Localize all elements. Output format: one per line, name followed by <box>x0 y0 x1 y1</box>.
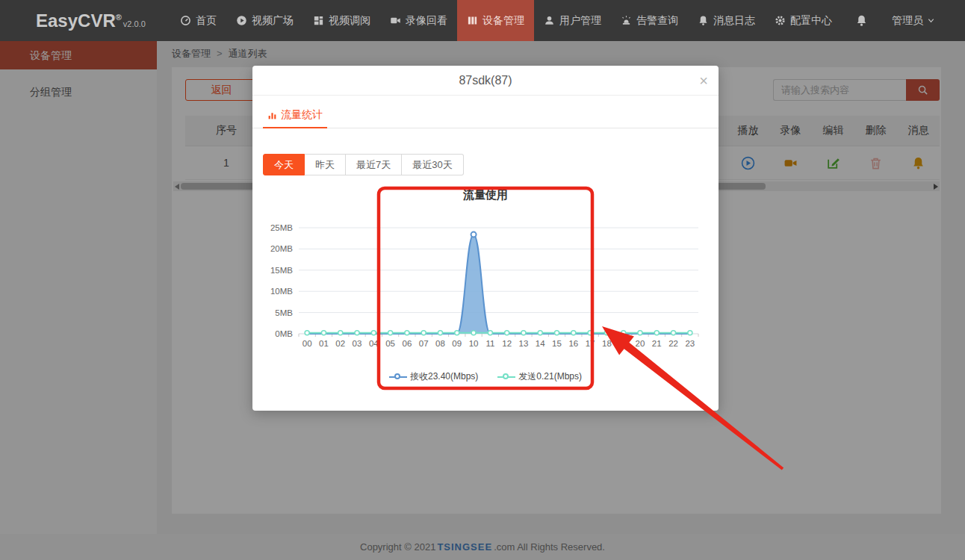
legend-label-received: 接收23.40(Mbps) <box>410 370 478 383</box>
nav-item-alarm-query[interactable]: 告警查询 <box>611 0 688 41</box>
nav-item-record-playback[interactable]: 录像回看 <box>380 0 457 41</box>
svg-text:20MB: 20MB <box>270 244 293 253</box>
svg-text:04: 04 <box>369 339 379 348</box>
device-bars-icon <box>467 15 478 26</box>
nav-item-device-management[interactable]: 设备管理 <box>457 0 534 41</box>
svg-text:17: 17 <box>586 339 595 348</box>
svg-text:0MB: 0MB <box>275 329 293 338</box>
svg-text:19: 19 <box>618 339 628 348</box>
svg-text:15MB: 15MB <box>270 266 293 275</box>
svg-text:20: 20 <box>636 339 645 348</box>
svg-text:05: 05 <box>385 339 395 348</box>
traffic-chart: 流量使用 0MB5MB10MB15MB20MB25MB0001020304050… <box>252 178 719 364</box>
user-icon <box>544 15 555 26</box>
legend-item-sent[interactable]: 发送0.21(Mbps) <box>497 370 582 383</box>
range-today-button[interactable]: 今天 <box>263 154 305 175</box>
svg-text:10MB: 10MB <box>270 287 293 296</box>
svg-text:06: 06 <box>402 339 412 348</box>
svg-text:15: 15 <box>552 339 562 348</box>
app-version: v2.0.0 <box>123 19 146 28</box>
svg-text:00: 00 <box>302 339 312 348</box>
tab-label: 流量统计 <box>281 108 323 122</box>
svg-text:5MB: 5MB <box>275 308 293 317</box>
legend-marker-received <box>389 373 407 381</box>
svg-text:18: 18 <box>602 339 612 348</box>
svg-text:21: 21 <box>652 339 662 348</box>
top-header: EasyCVR®v2.0.0 首页 视频广场 视频调阅 录像回看 设备管理 <box>0 0 965 41</box>
nav-label: 视频调阅 <box>329 14 370 28</box>
bell-icon <box>698 15 709 26</box>
nav-item-video-review[interactable]: 视频调阅 <box>303 0 380 41</box>
app-logo: EasyCVR®v2.0.0 <box>36 10 146 31</box>
legend-label-sent: 发送0.21(Mbps) <box>518 370 582 383</box>
nav-label: 告警查询 <box>636 14 678 28</box>
alarm-icon <box>621 15 632 26</box>
nav-label: 首页 <box>196 14 217 28</box>
video-camera-icon <box>390 15 401 26</box>
nav-label: 配置中心 <box>790 14 832 28</box>
svg-text:07: 07 <box>419 339 429 348</box>
svg-text:02: 02 <box>335 339 345 348</box>
easycvr-page: EasyCVR®v2.0.0 首页 视频广场 视频调阅 录像回看 设备管理 <box>0 0 965 560</box>
dashboard-icon <box>180 15 191 26</box>
chart-plot-area: 0MB5MB10MB15MB20MB25MB000102030405060708… <box>270 223 698 348</box>
nav-item-user-management[interactable]: 用户管理 <box>534 0 611 41</box>
registered-mark: ® <box>116 13 122 22</box>
legend-item-received[interactable]: 接收23.40(Mbps) <box>389 370 478 383</box>
top-nav: 首页 视频广场 视频调阅 录像回看 设备管理 用户管理 <box>170 0 955 41</box>
svg-text:14: 14 <box>536 339 545 348</box>
notification-bell-icon <box>855 14 868 27</box>
chart-legend: 接收23.40(Mbps) 发送0.21(Mbps) <box>252 370 719 383</box>
nav-item-message-log[interactable]: 消息日志 <box>688 0 765 41</box>
range-yesterday-button[interactable]: 昨天 <box>305 154 346 175</box>
time-range-group: 今天 昨天 最近7天 最近30天 <box>263 154 464 175</box>
svg-text:13: 13 <box>519 339 529 348</box>
modal-close-button[interactable]: × <box>699 72 708 90</box>
admin-menu[interactable]: 管理员 <box>881 0 955 41</box>
gear-icon <box>775 15 786 26</box>
bar-chart-icon <box>267 111 277 120</box>
nav-label: 视频广场 <box>252 14 294 28</box>
svg-text:12: 12 <box>502 339 512 348</box>
logo-text: EasyCVR <box>36 10 116 31</box>
svg-text:22: 22 <box>668 339 678 348</box>
notification-bell-button[interactable] <box>842 0 881 41</box>
modal-title: 87sdk(87) <box>252 66 719 96</box>
tab-traffic-stats[interactable]: 流量统计 <box>263 103 327 128</box>
traffic-stats-modal: 87sdk(87) × 流量统计 今天 昨天 最近7天 最近30天 流量使用 0… <box>252 66 719 411</box>
nav-label: 录像回看 <box>406 14 447 28</box>
legend-marker-sent <box>497 373 515 381</box>
nav-label: 消息日志 <box>713 14 755 28</box>
svg-text:01: 01 <box>319 339 329 348</box>
nav-label: 用户管理 <box>559 14 601 28</box>
svg-text:11: 11 <box>485 339 494 348</box>
range-last7-button[interactable]: 最近7天 <box>346 154 402 175</box>
svg-text:10: 10 <box>469 339 479 348</box>
modal-tabbar: 流量统计 <box>252 96 719 128</box>
svg-text:08: 08 <box>435 339 445 348</box>
play-circle-icon <box>236 15 247 26</box>
nav-item-video-square[interactable]: 视频广场 <box>226 0 303 41</box>
svg-text:23: 23 <box>685 339 695 348</box>
range-last30-button[interactable]: 最近30天 <box>402 154 463 175</box>
svg-text:16: 16 <box>568 339 578 348</box>
admin-label: 管理员 <box>892 14 923 28</box>
nav-item-home[interactable]: 首页 <box>170 0 226 41</box>
nav-label: 设备管理 <box>482 14 524 28</box>
svg-text:09: 09 <box>452 339 462 348</box>
chart-title: 流量使用 <box>462 188 508 201</box>
layout-grid-icon <box>313 15 324 26</box>
svg-text:03: 03 <box>353 339 362 348</box>
chevron-down-icon <box>927 16 935 25</box>
svg-text:25MB: 25MB <box>270 223 293 232</box>
nav-item-config-center[interactable]: 配置中心 <box>765 0 842 41</box>
